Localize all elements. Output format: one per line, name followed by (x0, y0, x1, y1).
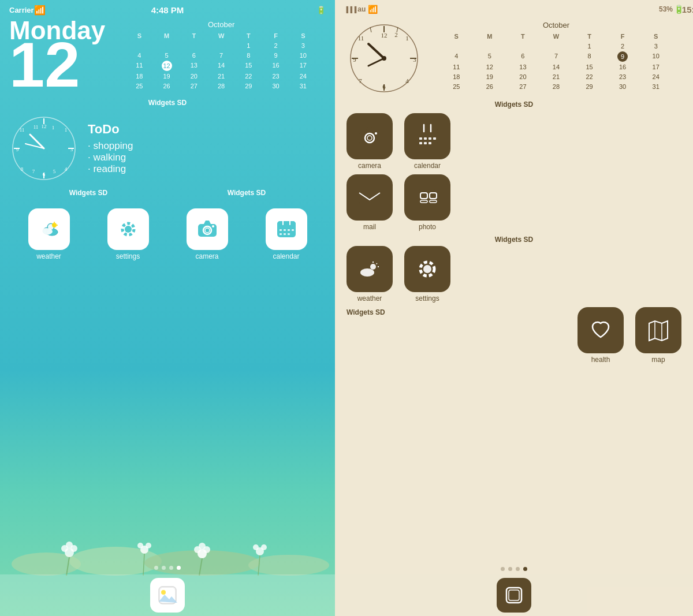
svg-point-57 (198, 549, 207, 558)
svg-point-95 (375, 132, 377, 135)
dot-1-right (501, 567, 505, 571)
flower-decoration (0, 472, 335, 576)
map-icon-right[interactable] (635, 307, 681, 353)
settings-icon-right[interactable] (404, 246, 450, 292)
app-map-right[interactable]: map (635, 307, 681, 364)
app-photo-right[interactable]: photo (404, 174, 450, 231)
app-mail-right[interactable]: mail (346, 174, 393, 231)
dot-1-left (154, 566, 158, 570)
app-row-1-right: camera calendar (335, 113, 693, 170)
calendar-icon-left[interactable] (266, 208, 307, 250)
svg-point-63 (261, 544, 267, 550)
mail-icon-right[interactable] (346, 174, 393, 221)
dock-left (0, 574, 335, 616)
page-dots-right (335, 563, 693, 574)
settings-label-right: settings (415, 294, 439, 303)
dot-3-right (516, 567, 520, 571)
weather-icon-left[interactable] (28, 208, 70, 250)
svg-rect-101 (424, 137, 427, 140)
svg-point-61 (256, 547, 264, 555)
svg-point-119 (423, 265, 431, 273)
svg-text:3: 3 (413, 56, 416, 63)
svg-point-24 (40, 228, 53, 235)
todo-widget: ToDo · shopping · walking · reading (88, 122, 133, 175)
svg-rect-103 (433, 137, 436, 140)
status-bar-left: Carrier 📶 4:48 PM 🔋 (0, 0, 335, 18)
calendar-label-left: calendar (273, 252, 299, 260)
app-calendar-right[interactable]: calendar (404, 113, 450, 170)
app-settings-left[interactable]: settings (107, 208, 149, 260)
app-weather-right[interactable]: weather (346, 246, 393, 303)
dot-4-left (177, 566, 181, 570)
svg-text:11: 11 (33, 124, 39, 130)
svg-rect-39 (280, 229, 282, 231)
todo-item-3: · reading (88, 163, 133, 175)
weather-label-right: weather (357, 294, 382, 303)
svg-point-54 (140, 546, 148, 554)
weather-icon-right[interactable] (346, 246, 393, 292)
svg-rect-43 (280, 233, 282, 235)
svg-text:9: 9 (353, 56, 356, 63)
camera-icon-left[interactable] (187, 208, 228, 250)
svg-point-56 (146, 543, 151, 548)
svg-point-62 (253, 544, 259, 550)
svg-rect-125 (509, 590, 519, 600)
analog-clock-right: 12 1 3 4 6 7 9 11 2 (346, 21, 422, 96)
svg-line-89 (368, 58, 384, 66)
wifi-right: 📶 (368, 5, 378, 14)
widgets-sd-1-right: Widgets SD (335, 100, 693, 109)
dot-3-left (169, 566, 173, 570)
todo-item-1: · shopping (88, 140, 133, 152)
app-camera-right[interactable]: camera (346, 113, 393, 170)
app-camera-left[interactable]: camera (187, 208, 228, 260)
date-num-left: 12 (9, 38, 105, 92)
mail-label-right: mail (363, 223, 376, 231)
health-icon-right[interactable] (578, 307, 624, 353)
app-health-right[interactable]: health (578, 307, 624, 364)
analog-clock-left: 12 1 3 4 6 8 9 11 1 11 5 7 (9, 114, 79, 183)
svg-text:3: 3 (70, 147, 73, 152)
cal-grid-left: SMTWTFS 123 45678910 11121314151617 1819… (126, 31, 316, 91)
calendar-icon-right[interactable] (404, 113, 450, 159)
camera-icon-right[interactable] (346, 113, 393, 159)
widgets-sd-3-left: Widgets SD (228, 189, 266, 197)
svg-point-34 (212, 225, 214, 227)
svg-text:1: 1 (405, 35, 409, 42)
camera-label-right: camera (358, 162, 381, 170)
camera-label-left: camera (195, 252, 218, 260)
svg-text:9: 9 (16, 147, 19, 152)
map-label-right: map (651, 356, 665, 364)
weather-label-left: weather (36, 252, 61, 260)
dot-2-left (162, 566, 166, 570)
svg-point-50 (65, 548, 74, 557)
app-row-4-right: Widgets SD health map (335, 307, 693, 364)
widgets-sd-3-right: Widgets SD (346, 308, 578, 316)
svg-text:1: 1 (52, 125, 55, 130)
svg-marker-121 (649, 321, 668, 341)
svg-text:6: 6 (43, 171, 46, 177)
dock-photos-icon-left[interactable] (150, 578, 185, 613)
svg-rect-42 (292, 229, 294, 231)
svg-text:11: 11 (358, 35, 364, 42)
photo-icon-right[interactable] (404, 174, 450, 221)
app-calendar-left[interactable]: calendar (266, 208, 307, 260)
app-weather-left[interactable]: weather (28, 208, 70, 260)
phone-right: ▐▐▐ au 📶 15:40 53% 🔋 12 1 3 4 6 7 9 11 (335, 0, 693, 616)
svg-point-71 (161, 590, 166, 595)
svg-text:7: 7 (32, 169, 35, 174)
settings-icon-left[interactable] (107, 208, 149, 250)
dock-icon-right[interactable] (497, 578, 531, 613)
svg-rect-97 (417, 127, 438, 135)
cal-grid-right: SMTWTFS 123 45678910 11121314151617 1819… (440, 32, 672, 91)
status-bar-right: ▐▐▐ au 📶 15:40 53% 🔋 (335, 0, 693, 16)
settings-label-left: settings (116, 252, 140, 260)
svg-rect-40 (284, 229, 286, 231)
svg-text:4: 4 (405, 77, 409, 84)
svg-text:12: 12 (381, 32, 388, 39)
dot-2-right (508, 567, 512, 571)
photo-label-right: photo (419, 223, 436, 231)
app-settings-right[interactable]: settings (404, 246, 450, 303)
cal-month-left: October (126, 20, 316, 29)
svg-point-25 (52, 223, 57, 227)
svg-text:4: 4 (65, 166, 68, 172)
